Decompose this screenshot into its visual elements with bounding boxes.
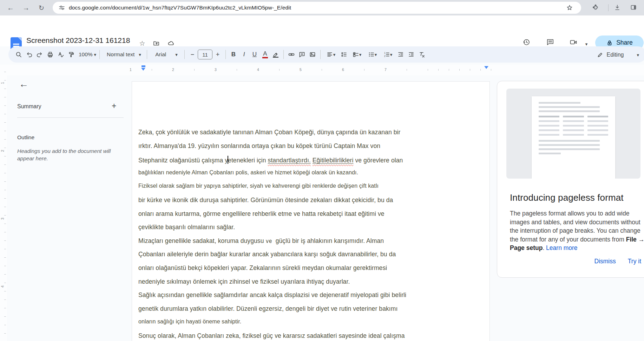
text-color-swatch [262,57,268,58]
address-bar[interactable]: docs.google.com/document/d/1w_hsn7ftqzV7… [53,2,581,14]
spellcheck-icon[interactable] [55,49,66,60]
outline-label: Outline [17,134,34,141]
style-caret-icon: ▾ [139,52,141,57]
document-title[interactable]: Screenshot 2023-12-31 161218 [26,36,130,45]
insert-image-icon[interactable] [307,49,318,60]
font-caret-icon: ▾ [175,52,178,57]
vertical-ruler: 12345 [0,65,7,341]
undo-icon[interactable] [24,49,34,60]
line-spacing-icon[interactable] [339,49,349,60]
video-call-icon[interactable] [568,37,579,47]
doc-line[interactable]: Sonuç olarak, Alman Çobanları zeka, fizi… [138,332,405,340]
browser-back-icon[interactable]: ← [6,3,15,13]
doc-line[interactable]: onları olağanüstü bekçi köpekleri yapar.… [138,264,387,272]
doc-line[interactable]: onları arama kurtarma, görme engellilere… [138,210,385,218]
toolbar-divider [320,50,321,59]
increase-font-size-button[interactable]: + [212,49,223,60]
add-summary-icon[interactable]: + [112,101,116,111]
paint-format-icon[interactable] [66,49,77,60]
doc-line[interactable]: nedeniyle sıkılmayı önlemek için zihinse… [138,278,350,285]
doc-line[interactable]: çeviklikte başarılı olmalarını sağlar. [138,224,235,231]
doc-line[interactable]: Stephanitz olağanüstü çalışma yetenekler… [138,156,403,164]
add-comment-icon[interactable] [297,49,307,60]
close-outline-icon[interactable]: ← [19,79,28,89]
misspelled-word[interactable]: standartlaştırdı. [268,157,311,164]
search-menus-icon[interactable] [13,49,24,60]
italic-button[interactable]: I [239,49,249,60]
browser-reload-icon[interactable]: ↻ [37,3,46,13]
dismiss-button[interactable]: Dismiss [594,258,616,265]
checklist-button[interactable]: ▾ [349,49,364,60]
bulleted-list-button[interactable]: ▾ [364,49,380,60]
browser-forward-icon[interactable]: → [21,3,31,13]
editing-caret-icon: ▾ [637,52,639,58]
doc-line[interactable]: ırktır. Almanya'da 19. yüzyılın sonların… [138,142,380,150]
pencil-icon [597,51,604,58]
left-indent-marker[interactable] [141,68,145,71]
try-it-button[interactable]: Try it [628,258,641,265]
chrome-divider [608,4,609,11]
promo-body: The pageless format allows you to add wi… [510,209,644,252]
comments-icon[interactable] [545,37,556,47]
version-history-icon[interactable] [521,37,532,47]
site-info-icon[interactable] [58,4,65,11]
doc-line[interactable]: genetik durumlara yatkın olabilirler. Dü… [138,305,397,313]
numbered-list-button[interactable]: 12 ▾ [380,49,395,60]
ruler-number: 7 [385,67,387,72]
checklist-caret-icon: ▾ [359,52,362,57]
paragraph-style-select[interactable]: Normal text ▾ [102,49,144,60]
doc-line[interactable]: bağlılıkları nedeniyle Alman Çobanları p… [138,169,358,176]
font-size-value: 11 [202,52,208,58]
font-value: Arial [154,51,167,58]
underline-button[interactable]: U [249,49,260,60]
zoom-select[interactable]: 100% ▾ [77,49,97,60]
star-icon[interactable]: ☆ [138,39,146,47]
zoom-caret-icon: ▾ [94,52,97,57]
bold-button[interactable]: B [228,49,239,60]
extensions-icon[interactable] [592,4,599,11]
highlight-color-icon[interactable] [270,49,281,60]
learn-more-link[interactable]: Learn more [546,244,578,251]
doc-line[interactable]: onların sağlığı için hayati öneme sahipt… [138,319,241,325]
svg-text:2: 2 [384,55,386,57]
decrease-font-size-button[interactable]: − [187,49,198,60]
ruler-number: 4 [257,67,259,72]
align-caret-icon: ▾ [333,52,336,57]
bulleted-list-caret-icon: ▾ [375,52,377,57]
align-button[interactable]: ▾ [323,49,339,60]
font-select[interactable]: Arial ▾ [150,49,182,60]
pageless-illustration [506,89,640,179]
toolbar-divider [147,50,147,59]
print-icon[interactable] [45,49,55,60]
clear-formatting-icon[interactable] [416,49,427,60]
doc-line[interactable]: Zeka, çok yönlülük ve sadakatiyle tanına… [138,129,400,136]
insert-link-icon[interactable] [286,49,297,60]
move-folder-icon[interactable] [152,39,160,47]
redo-icon[interactable] [34,49,45,60]
side-panel-icon[interactable] [630,4,637,11]
editing-mode-select[interactable]: Editing ▾ [597,49,639,60]
paragraph-style-value: Normal text [105,51,136,58]
url-text: docs.google.com/document/d/1w_hsn7ftqzV7… [69,5,291,11]
svg-text:1: 1 [384,52,386,54]
doc-line[interactable]: bir kürke ve ikonik dik duruşa sahiptirl… [138,197,393,204]
download-icon[interactable] [614,4,621,11]
cloud-status-icon[interactable] [167,39,175,47]
editing-mode-label: Editing [607,52,624,58]
doc-line[interactable]: Mizaçları genellikle sadakat, koruma duy… [138,237,384,245]
doc-line[interactable]: Çobanları aileleriyle derin bağlar kurar… [138,251,396,258]
lock-icon [606,39,613,46]
doc-line[interactable]: Sağlık açısından genellikle sağlamdırlar… [138,291,406,299]
bookmark-star-icon[interactable] [566,4,573,11]
right-indent-marker[interactable] [484,66,488,69]
decrease-indent-icon[interactable] [395,49,406,60]
increase-indent-icon[interactable] [406,49,416,60]
first-line-indent-marker[interactable] [142,65,145,67]
font-size-input[interactable]: 11 [198,50,212,59]
text-color-button[interactable]: A [260,49,270,60]
google-docs-window: ← → ↻ docs.google.com/document/d/1w_hsn7… [0,0,644,341]
misspelled-word[interactable]: Eğitilebilirlikleri [313,157,354,164]
ruler-number: 3 [0,218,5,220]
doc-line[interactable]: Fiziksel olarak sağlam bir yapıya sahipt… [138,183,379,189]
sidebar-divider [17,117,124,118]
